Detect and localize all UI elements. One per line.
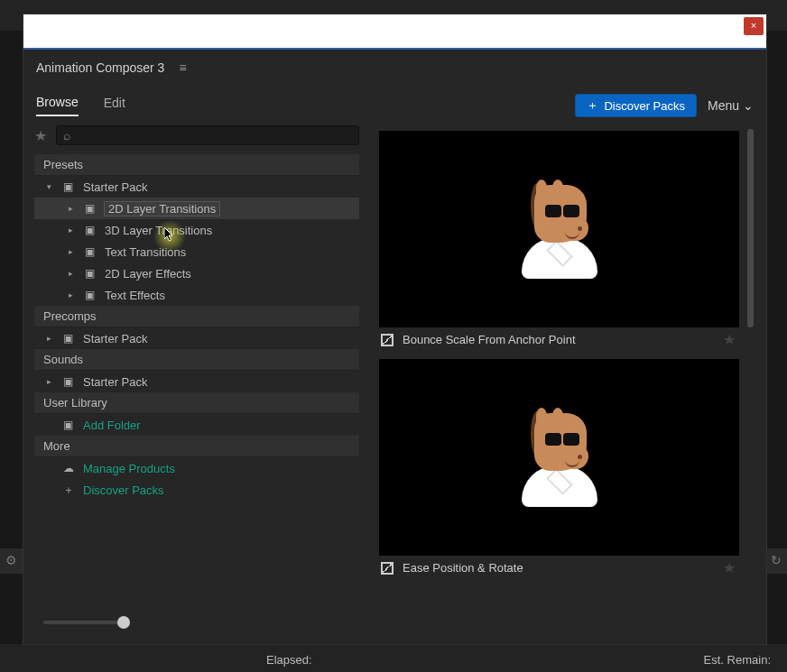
mascot-icon — [514, 180, 605, 279]
chevron-right-icon: ▸ — [69, 290, 78, 299]
manage-products-label: Manage Products — [83, 462, 175, 475]
folder-icon: ▣ — [63, 180, 76, 193]
panel: Animation Composer 3 ≡ Browse Edit ＋ Dis… — [23, 48, 766, 644]
body-area: ★ Presets ▾ ▣ Starter Pack ▸ ▣ — [34, 125, 755, 633]
status-bar: Elapsed: Est. Remain: — [0, 647, 787, 672]
close-button[interactable]: × — [744, 17, 764, 35]
add-folder-icon: ▣ — [63, 419, 76, 431]
section-user-library: User Library — [34, 392, 359, 414]
slider-thumb[interactable] — [117, 616, 130, 629]
modal-titlebar: × — [23, 14, 766, 48]
tree: Presets ▾ ▣ Starter Pack ▸ ▣ 2D Layer Tr… — [34, 154, 359, 599]
refresh-icon: ↻ — [771, 553, 782, 567]
remain-label: Est. Remain: — [704, 653, 771, 667]
plus-icon: ＋ — [587, 97, 598, 114]
slider-track — [43, 621, 125, 624]
menu-button[interactable]: Menu ⌄ — [708, 98, 754, 113]
tree-item-text-effects[interactable]: ▸ ▣ Text Effects — [34, 284, 359, 306]
preset-title: Ease Position & Rotate — [403, 561, 523, 575]
favorite-star-icon[interactable]: ★ — [723, 331, 736, 348]
favorites-toggle-icon[interactable]: ★ — [34, 127, 51, 144]
tree-item-starter-pack-precomps[interactable]: ▸ ▣ Starter Pack — [34, 327, 359, 349]
preset-thumbnail[interactable] — [379, 359, 739, 556]
tree-item-starter-pack-presets[interactable]: ▾ ▣ Starter Pack — [34, 176, 359, 198]
favorite-star-icon[interactable]: ★ — [723, 559, 736, 576]
chevron-right-icon: ▸ — [47, 334, 56, 343]
folder-icon: ▣ — [85, 289, 97, 301]
thumbnail-size-slider[interactable] — [34, 612, 359, 633]
tabs-right: ＋ Discover Packs Menu ⌄ — [575, 94, 754, 117]
tree-label: 3D Layer Transitions — [105, 224, 212, 237]
tree-item-add-folder[interactable]: ▣ Add Folder — [34, 414, 359, 436]
tabs-row: Browse Edit ＋ Discover Packs Menu ⌄ — [23, 86, 766, 125]
tree-item-manage-products[interactable]: ☁ Manage Products — [34, 457, 359, 479]
preset-type-icon — [381, 334, 394, 346]
folder-icon: ▣ — [85, 224, 97, 236]
elapsed-label: Elapsed: — [266, 653, 312, 667]
tree-label: Text Effects — [105, 289, 165, 302]
gear-icon: ⚙ — [5, 553, 17, 567]
add-folder-label: Add Folder — [83, 419, 141, 432]
tree-label: Starter Pack — [83, 180, 148, 194]
section-sounds: Sounds — [34, 349, 359, 371]
folder-icon: ▣ — [85, 245, 97, 258]
panel-header: Animation Composer 3 ≡ — [23, 50, 766, 86]
chevron-right-icon: ▸ — [69, 247, 78, 256]
app-title: Animation Composer 3 — [36, 60, 164, 75]
modal-window: × Animation Composer 3 ≡ Browse Edit ＋ D… — [23, 14, 767, 645]
chevron-down-icon: ⌄ — [743, 98, 754, 113]
preset-type-icon — [381, 562, 394, 575]
chevron-right-icon: ▸ — [47, 377, 56, 386]
content: Bounce Scale From Anchor Point ★ — [370, 125, 755, 633]
sidebar: ★ Presets ▾ ▣ Starter Pack ▸ ▣ — [34, 125, 359, 633]
card-footer: Ease Position & Rotate ★ — [379, 556, 739, 580]
section-precomps: Precomps — [34, 306, 359, 327]
preset-card[interactable]: Bounce Scale From Anchor Point ★ — [379, 131, 739, 352]
section-presets: Presets — [34, 154, 359, 176]
scrollbar[interactable] — [747, 129, 754, 327]
chevron-right-icon: ▸ — [69, 226, 78, 235]
preset-thumbnail[interactable] — [379, 131, 739, 327]
tab-browse[interactable]: Browse — [36, 95, 79, 116]
folder-icon: ▣ — [63, 332, 76, 345]
folder-icon: ▣ — [85, 267, 97, 280]
section-more: More — [34, 436, 359, 457]
cloud-icon: ☁ — [63, 462, 76, 474]
tree-item-2d-layer-transitions[interactable]: ▸ ▣ 2D Layer Transitions — [34, 198, 359, 219]
tree-label: Text Transitions — [105, 245, 186, 259]
folder-icon: ▣ — [85, 202, 97, 215]
discover-packs-button[interactable]: ＋ Discover Packs — [575, 94, 697, 117]
card-footer: Bounce Scale From Anchor Point ★ — [379, 327, 739, 352]
tree-item-3d-layer-transitions[interactable]: ▸ ▣ 3D Layer Transitions — [34, 219, 359, 241]
discover-packs-label: Discover Packs — [604, 99, 685, 113]
tree-label: 2D Layer Effects — [105, 267, 191, 281]
discover-packs-label: Discover Packs — [83, 483, 164, 497]
tree-item-discover-packs[interactable]: ＋ Discover Packs — [34, 479, 359, 501]
search-input[interactable] — [56, 125, 359, 145]
preset-title: Bounce Scale From Anchor Point — [403, 333, 576, 346]
mascot-icon — [514, 408, 605, 507]
tree-item-starter-pack-sounds[interactable]: ▸ ▣ Starter Pack — [34, 371, 359, 392]
plus-icon: ＋ — [63, 483, 76, 498]
folder-icon: ▣ — [63, 375, 76, 388]
tree-item-2d-layer-effects[interactable]: ▸ ▣ 2D Layer Effects — [34, 262, 359, 284]
hamburger-icon[interactable]: ≡ — [179, 60, 186, 75]
tree-label: Starter Pack — [83, 332, 148, 345]
preset-card[interactable]: Ease Position & Rotate ★ — [379, 359, 739, 580]
app-background: ⚙ ↻ × Animation Composer 3 ≡ Browse Edit… — [0, 0, 787, 672]
chevron-right-icon: ▸ — [69, 204, 78, 213]
menu-label: Menu — [708, 98, 739, 113]
chevron-down-icon: ▾ — [47, 182, 56, 191]
chevron-right-icon: ▸ — [69, 269, 78, 278]
tree-label: 2D Layer Transitions — [105, 202, 219, 216]
tab-edit[interactable]: Edit — [104, 96, 125, 115]
tree-item-text-transitions[interactable]: ▸ ▣ Text Transitions — [34, 241, 359, 262]
tree-label: Starter Pack — [83, 375, 148, 389]
content-scroll: Bounce Scale From Anchor Point ★ — [370, 125, 743, 633]
search-row: ★ — [34, 125, 359, 145]
